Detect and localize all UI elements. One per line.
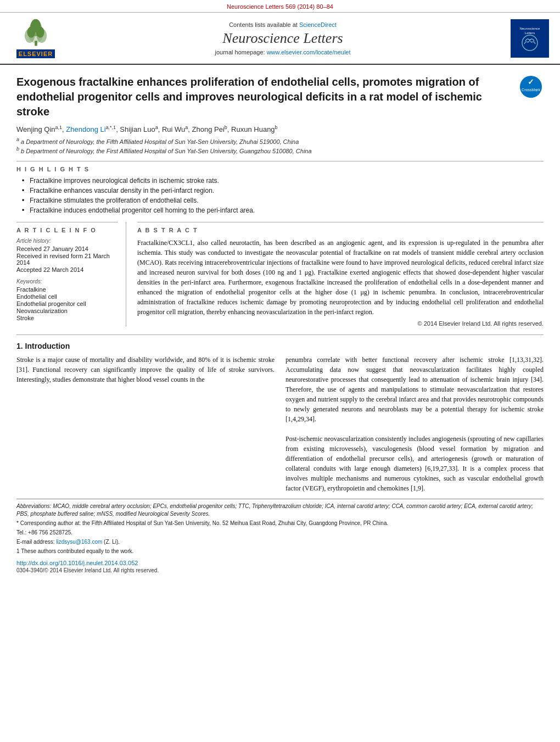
- abstract-column: A B S T R A C T Fractalkine/CX3CL1, also…: [137, 222, 544, 327]
- footnote-corresponding: * Corresponding author at: the Fifth Aff…: [16, 520, 544, 527]
- journal-homepage: journal homepage: www.elsevier.com/locat…: [60, 49, 505, 55]
- highlight-item: Fractalkine improves neurological defici…: [22, 177, 544, 185]
- author-wenjing: Wenjing Qin: [16, 125, 55, 133]
- homepage-link[interactable]: www.elsevier.com/locate/neulet: [267, 49, 351, 55]
- email-link[interactable]: lizdsysu@163.com: [56, 539, 102, 545]
- highlight-item: Fractalkine stimulates the proliferation…: [22, 197, 544, 204]
- journal-center: Contents lists available at ScienceDirec…: [60, 21, 505, 55]
- abstract-label: A B S T R A C T: [137, 222, 544, 233]
- intro-col-right: penumbra correlate with better functiona…: [285, 355, 544, 493]
- keywords-label: Keywords:: [16, 278, 118, 284]
- highlight-item: Fractalkine enhances vascular density in…: [22, 187, 544, 194]
- neuroscience-logo-icon: Neuroscience Letters: [513, 22, 546, 55]
- svg-point-8: [30, 19, 40, 32]
- introduction-section: 1. Introduction Stroke is a major cause …: [16, 334, 544, 573]
- intro-title: 1. Introduction: [16, 342, 544, 350]
- keywords-section: Keywords: Fractalkine Endothelial cell E…: [16, 278, 118, 321]
- affil-a: a a Department of Neurology, the Fifth A…: [16, 137, 544, 145]
- elsevier-tree-icon: [21, 18, 51, 48]
- author-zhendong[interactable]: Zhendong Li: [66, 125, 105, 133]
- history-label: Article history:: [16, 238, 118, 244]
- svg-text:✓: ✓: [528, 77, 534, 86]
- received-revised-date: Received in revised form 21 March 2014: [16, 253, 118, 266]
- intro-text-right-2: Post-ischemic neovascularization consist…: [285, 434, 544, 493]
- article-title: Exogenous fractalkine enhances prolifera…: [16, 75, 513, 119]
- elsevier-logo-img: ELSEVIER: [11, 18, 60, 58]
- author-rui: Rui Wu: [162, 125, 185, 133]
- sciencedirect-link[interactable]: ScienceDirect: [299, 21, 337, 28]
- footer-copyright: 0304-3940/© 2014 Elsevier Ireland Ltd. A…: [16, 567, 544, 573]
- article-info-label: A R T I C L E I N F O: [16, 222, 118, 233]
- intro-body: Stroke is a major cause of mortality and…: [16, 355, 544, 493]
- keyword-item: Fractalkine: [16, 286, 118, 293]
- article-title-section: Exogenous fractalkine enhances prolifera…: [16, 75, 544, 119]
- footnote-abbreviations: Abbreviations: MCAO, middle cerebral art…: [16, 503, 544, 518]
- intro-text-right: penumbra correlate with better functiona…: [285, 355, 544, 424]
- keywords-list: Fractalkine Endothelial cell Endothelial…: [16, 286, 118, 321]
- highlights-list: Fractalkine improves neurological defici…: [16, 177, 544, 214]
- elsevier-logo: ELSEVIER: [11, 18, 60, 58]
- intro-col-left: Stroke is a major cause of mortality and…: [16, 355, 275, 493]
- affiliations: a a Department of Neurology, the Fifth A…: [16, 137, 544, 154]
- affil-b: b b Department of Neurology, the First A…: [16, 146, 544, 154]
- footnotes-section: Abbreviations: MCAO, middle cerebral art…: [16, 499, 544, 555]
- journal-title: Neuroscience Letters: [60, 30, 505, 47]
- journal-logo-right: Neuroscience Letters: [505, 19, 549, 58]
- article-history: Article history: Received 27 January 201…: [16, 238, 118, 273]
- article-info: Article history: Received 27 January 201…: [16, 238, 118, 321]
- keyword-item: Endothelial progenitor cell: [16, 300, 118, 307]
- abstract-copyright: © 2014 Elsevier Ireland Ltd. All rights …: [137, 320, 544, 327]
- article-info-abstract-section: A R T I C L E I N F O Article history: R…: [16, 222, 544, 327]
- svg-text:Letters: Letters: [525, 31, 535, 35]
- authors: Wenjing Qina,1, Zhendong Lia,*,1, Shijia…: [16, 125, 544, 133]
- svg-text:Neuroscience: Neuroscience: [520, 27, 540, 30]
- journal-citation: Neuroscience Letters 569 (2014) 80–84: [227, 3, 333, 10]
- author-zhong: Zhong Pei: [192, 125, 225, 133]
- contents-line: Contents lists available at ScienceDirec…: [60, 21, 505, 28]
- keyword-item: Neovascularization: [16, 308, 118, 314]
- main-content: Exogenous fractalkine enhances prolifera…: [0, 65, 560, 584]
- author-shijian: Shijian Luo: [120, 125, 155, 133]
- footnote-email: E-mail address: lizdsysu@163.com (Z. Li)…: [16, 538, 544, 546]
- top-bar: Neuroscience Letters 569 (2014) 80–84: [0, 0, 560, 13]
- highlights-label: H I G H L I G H T S: [16, 161, 544, 172]
- page-wrapper: Neuroscience Letters 569 (2014) 80–84: [0, 0, 560, 742]
- footnote-equal-contrib: 1 These authors contributed equally to t…: [16, 548, 544, 555]
- keyword-item: Endothelial cell: [16, 293, 118, 300]
- journal-logo-box: Neuroscience Letters: [511, 19, 549, 58]
- crossmark-icon: ✓ CrossMark: [519, 75, 544, 99]
- journal-header: ELSEVIER Contents lists available at Sci…: [0, 13, 560, 65]
- author-ruxun: Ruxun Huang: [231, 125, 275, 133]
- elsevier-brand-text: ELSEVIER: [16, 49, 55, 58]
- doi-link[interactable]: http://dx.doi.org/10.1016/j.neulet.2014.…: [16, 560, 544, 566]
- crossmark[interactable]: ✓ CrossMark: [519, 75, 544, 99]
- accepted-date: Accepted 22 March 2014: [16, 266, 118, 273]
- highlight-item: Fractalkine induces endothelial progenit…: [22, 207, 544, 214]
- intro-text-left: Stroke is a major cause of mortality and…: [16, 355, 275, 384]
- article-info-column: A R T I C L E I N F O Article history: R…: [16, 222, 126, 327]
- keyword-item: Stroke: [16, 315, 118, 321]
- svg-text:CrossMark: CrossMark: [522, 88, 540, 92]
- footnote-tel: Tel.: +86 756 2528725.: [16, 529, 544, 537]
- received-date: Received 27 January 2014: [16, 246, 118, 252]
- abstract-text: Fractalkine/CX3CL1, also called neurotac…: [137, 238, 544, 317]
